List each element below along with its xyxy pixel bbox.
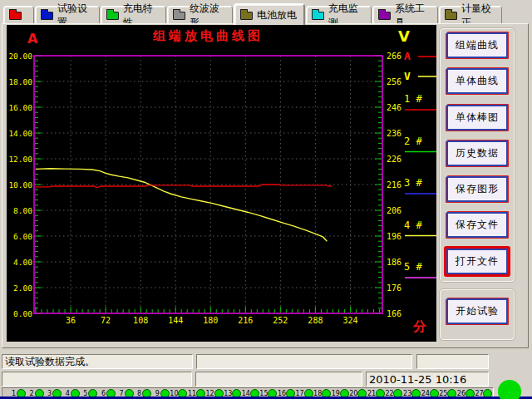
terminal-voltage-curve <box>36 169 327 241</box>
svg-text:206: 206 <box>387 206 401 215</box>
legend-label: 1 # <box>404 93 422 105</box>
svg-text:6.00: 6.00 <box>13 232 32 241</box>
folder-icon <box>445 12 457 20</box>
svg-text:266: 266 <box>387 52 401 61</box>
tab-system-tools[interactable]: 系统工具 <box>372 6 438 24</box>
folder-icon <box>312 12 324 20</box>
chart-title: 组端放电曲线图 <box>34 28 382 44</box>
folder-icon <box>378 12 391 20</box>
svg-text:324: 324 <box>342 316 357 325</box>
discharge-chart-panel: 组端放电曲线图 A V 分 20.0018.0016.0014.0012.001… <box>7 25 436 342</box>
status-box-3 <box>416 354 489 369</box>
tab-charge-monitoring[interactable]: 充电监测 <box>306 6 372 24</box>
svg-text:20.00: 20.00 <box>8 52 32 61</box>
tab-test-settings[interactable]: 试验设置 <box>35 6 100 24</box>
x-axis-unit-label: 分 <box>413 318 426 336</box>
svg-text:180: 180 <box>203 316 218 325</box>
folder-icon <box>106 12 119 20</box>
history-data-button[interactable]: 历史数据 <box>446 140 508 166</box>
svg-text:36: 36 <box>66 316 76 325</box>
svg-text:246: 246 <box>387 103 401 112</box>
open-file-button[interactable]: 打开文件 <box>446 249 508 274</box>
svg-text:2.00: 2.00 <box>13 283 32 293</box>
status-box-4 <box>2 372 192 387</box>
svg-text:0.00: 0.00 <box>13 309 32 318</box>
cell-bar-chart-button[interactable]: 单体棒图 <box>446 105 508 131</box>
tab-battery-discharge[interactable]: 电池放电 <box>234 3 305 25</box>
save-graphic-button[interactable]: 保存图形 <box>446 176 508 202</box>
folder-icon <box>41 12 53 20</box>
svg-text:72: 72 <box>101 316 111 325</box>
svg-text:216: 216 <box>387 180 401 190</box>
tab-home[interactable] <box>3 6 34 24</box>
discharge-current-curve <box>36 185 332 188</box>
svg-text:108: 108 <box>133 316 148 325</box>
folder-icon <box>173 12 185 20</box>
svg-text:10.00: 10.00 <box>8 180 32 190</box>
legend-label: 5 # <box>404 261 422 273</box>
svg-text:18.00: 18.00 <box>8 77 32 86</box>
tab-charge-characteristics[interactable]: 充电特性 <box>101 6 166 24</box>
tab-ripple-waveform[interactable]: 纹波波形 <box>167 6 233 24</box>
status-box-2 <box>196 354 412 369</box>
left-axis-unit-label: A <box>27 31 37 47</box>
svg-text:166: 166 <box>387 309 401 318</box>
legend-label: 4 # <box>404 219 422 231</box>
datetime: 2010-11-25 10:16 <box>369 373 466 386</box>
svg-text:226: 226 <box>387 155 401 164</box>
svg-text:216: 216 <box>238 316 253 325</box>
svg-text:14.00: 14.00 <box>8 129 32 138</box>
legend-label: V <box>404 70 411 82</box>
svg-text:288: 288 <box>308 316 323 325</box>
right-button-panel: 组端曲线单体曲线单体棒图历史数据保存图形保存文件打开文件开始试验 <box>438 25 530 342</box>
svg-text:196: 196 <box>387 232 401 241</box>
folder-icon <box>240 12 253 20</box>
cell-curve-button[interactable]: 单体曲线 <box>446 68 508 94</box>
svg-text:16.00: 16.00 <box>8 103 32 112</box>
svg-text:12.00: 12.00 <box>8 155 32 164</box>
svg-text:8.00: 8.00 <box>13 206 32 215</box>
master-status-indicator <box>498 380 521 399</box>
svg-text:186: 186 <box>387 258 401 267</box>
svg-text:252: 252 <box>273 316 288 325</box>
legend-label: 3 # <box>404 177 422 189</box>
right-axis-unit-label: V <box>398 27 410 45</box>
folder-icon <box>9 12 22 20</box>
svg-text:144: 144 <box>168 316 183 325</box>
terminal-curve-button[interactable]: 组端曲线 <box>446 32 508 58</box>
discharge-curve-chart: 20.0018.0016.0014.0012.0010.008.006.004.… <box>7 25 436 342</box>
svg-text:4.00: 4.00 <box>13 258 32 267</box>
status-message-box: 读取试验数据完成。 <box>2 354 193 369</box>
svg-text:256: 256 <box>387 77 401 86</box>
status-box-5 <box>195 372 362 387</box>
datetime-box: 2010-11-25 10:16 <box>366 372 489 387</box>
svg-text:176: 176 <box>387 283 401 293</box>
tab-label: 电池放电 <box>257 8 297 22</box>
save-file-button[interactable]: 保存文件 <box>446 212 508 238</box>
start-test-button[interactable]: 开始试验 <box>446 298 508 324</box>
legend-label: A <box>404 50 411 62</box>
svg-text:236: 236 <box>387 129 401 138</box>
legend-label: 2 # <box>404 135 422 147</box>
tab-metering-calibration[interactable]: 计量校正 <box>439 6 502 24</box>
tab-bar: 试验设置充电特性纹波波形电池放电充电监测系统工具计量校正 <box>0 2 532 25</box>
status-message: 读取试验数据完成。 <box>5 356 95 367</box>
